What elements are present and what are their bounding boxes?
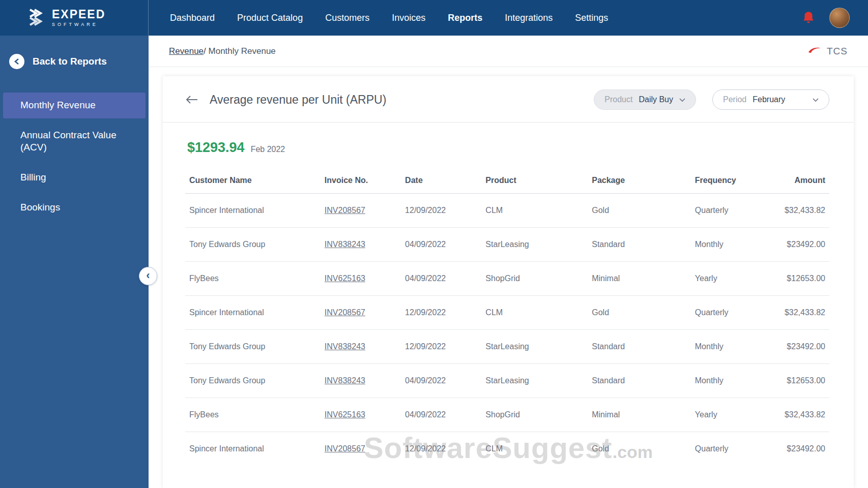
- period-filter-value: February: [753, 95, 806, 104]
- cell-package: Gold: [588, 432, 691, 466]
- arpu-metric: $1293.94 Feb 2022: [163, 123, 854, 159]
- breadcrumb-link-revenue[interactable]: Revenue: [169, 46, 204, 56]
- card-header: Average revenue per Unit (ARPU) Product …: [163, 76, 854, 123]
- invoice-link[interactable]: INV838243: [325, 376, 365, 385]
- cell-customer-name: Spincer International: [185, 432, 321, 466]
- navbar-right: [802, 0, 868, 36]
- cell-amount: $12653.00: [774, 262, 829, 296]
- cell-customer-name: Tony Edwards Group: [185, 228, 321, 262]
- back-to-reports[interactable]: Back to Reports: [0, 49, 149, 74]
- nav-item[interactable]: Product Catalog: [237, 13, 303, 23]
- cell-customer-name: Tony Edwards Group: [185, 364, 321, 398]
- cell-frequency: Quarterly: [691, 296, 775, 330]
- user-avatar[interactable]: [829, 8, 850, 28]
- nav-item[interactable]: Invoices: [392, 13, 425, 23]
- arpu-card: Average revenue per Unit (ARPU) Product …: [163, 76, 854, 488]
- cell-amount: $32,433.82: [774, 296, 829, 330]
- cell-package: Standard: [588, 330, 691, 364]
- sidebar-item[interactable]: Annual Contract Value (ACV): [0, 123, 149, 161]
- arpu-period: Feb 2022: [251, 145, 285, 154]
- cell-frequency: Monthly: [691, 364, 775, 398]
- sidebar-item[interactable]: Monthly Revenue: [3, 93, 146, 118]
- main-nav: Dashboard Product Catalog Customers Invo…: [149, 0, 802, 36]
- cell-package: Standard: [588, 228, 691, 262]
- table-row: FlyBees INV625163 04/09/2022 ShopGrid Mi…: [185, 262, 829, 296]
- invoice-link[interactable]: INV208567: [325, 206, 365, 215]
- invoice-link[interactable]: INV208567: [325, 444, 365, 453]
- cell-customer-name: FlyBees: [185, 398, 321, 432]
- cell-date: 04/09/2022: [401, 398, 481, 432]
- brand-subtitle: SOFTWARE: [52, 22, 105, 27]
- cell-package: Minimal: [588, 262, 691, 296]
- cell-product: CLM: [481, 194, 588, 228]
- nav-item[interactable]: Integrations: [505, 13, 553, 23]
- cell-product: StarLeasing: [481, 330, 588, 364]
- partner-brand: TCS: [807, 46, 848, 57]
- product-filter-label: Product: [604, 95, 632, 104]
- invoice-link[interactable]: INV838243: [325, 342, 365, 351]
- cell-customer-name: Spincer International: [185, 296, 321, 330]
- main-content: Revenue/ Monthly Revenue TCS: [149, 36, 868, 488]
- sidebar-collapse-chevron-icon[interactable]: ‹: [139, 267, 157, 285]
- cell-date: 12/09/2022: [401, 296, 481, 330]
- nav-item[interactable]: Settings: [575, 13, 608, 23]
- sidebar-item[interactable]: Bookings: [0, 195, 149, 221]
- cell-amount: $23492.00: [774, 432, 829, 466]
- product-filter-value: Daily Buy: [639, 95, 673, 104]
- cell-invoice-no: INV208567: [321, 296, 401, 330]
- tcs-logo-icon: [807, 47, 822, 56]
- expeed-logo-icon: [28, 7, 46, 29]
- cell-frequency: Quarterly: [691, 194, 775, 228]
- cell-product: ShopGrid: [481, 262, 588, 296]
- cell-package: Standard: [588, 364, 691, 398]
- cell-date: 04/09/2022: [401, 364, 481, 398]
- cell-package: Gold: [588, 194, 691, 228]
- top-navbar: EXPEED SOFTWARE Dashboard Product Catalo…: [0, 0, 868, 36]
- nav-item[interactable]: Dashboard: [170, 13, 215, 23]
- period-filter-dropdown[interactable]: Period February: [712, 89, 829, 110]
- cell-invoice-no: INV838243: [321, 330, 401, 364]
- breadcrumb: Revenue/ Monthly Revenue: [169, 46, 276, 56]
- col-invoice-no: Invoice No.: [321, 168, 401, 194]
- cell-invoice-no: INV625163: [321, 262, 401, 296]
- invoice-link[interactable]: INV625163: [325, 410, 365, 419]
- cell-invoice-no: INV208567: [321, 432, 401, 466]
- sidebar-item[interactable]: Billing: [0, 165, 149, 191]
- cell-date: 12/09/2022: [401, 432, 481, 466]
- back-arrow-circle-icon: [9, 54, 24, 69]
- col-customer-name: Customer Name: [185, 168, 321, 194]
- table-row: FlyBees INV625163 04/09/2022 ShopGrid Mi…: [185, 398, 829, 432]
- partner-name: TCS: [827, 46, 848, 57]
- invoice-link[interactable]: INV625163: [325, 274, 365, 283]
- cell-frequency: Yearly: [691, 262, 775, 296]
- chevron-down-icon: [813, 95, 819, 104]
- table-row: Spincer International INV208567 12/09/20…: [185, 194, 829, 228]
- invoice-link[interactable]: INV208567: [325, 308, 365, 317]
- cell-frequency: Monthly: [691, 228, 775, 262]
- cell-product: ShopGrid: [481, 398, 588, 432]
- card-back-arrow-icon[interactable]: [185, 95, 198, 105]
- table-row: Tony Edwards Group INV838243 12/09/2022 …: [185, 330, 829, 364]
- cell-invoice-no: INV208567: [321, 194, 401, 228]
- cell-frequency: Monthly: [691, 330, 775, 364]
- cell-product: StarLeasing: [481, 364, 588, 398]
- cell-package: Minimal: [588, 398, 691, 432]
- table-header: Customer Name Invoice No. Date Product P…: [185, 168, 829, 194]
- sidebar-menu: Monthly Revenue Annual Contract Value (A…: [0, 93, 149, 220]
- card-title: Average revenue per Unit (ARPU): [210, 93, 386, 107]
- cell-amount: $23492.00: [774, 228, 829, 262]
- notifications-bell-icon[interactable]: [802, 11, 815, 25]
- cell-invoice-no: INV838243: [321, 364, 401, 398]
- product-filter-dropdown[interactable]: Product Daily Buy: [594, 89, 696, 110]
- table-body: Spincer International INV208567 12/09/20…: [185, 194, 829, 466]
- nav-item[interactable]: Customers: [325, 13, 369, 23]
- cell-invoice-no: INV838243: [321, 228, 401, 262]
- nav-item[interactable]: Reports: [448, 13, 482, 23]
- invoice-link[interactable]: INV838243: [325, 240, 365, 249]
- cell-frequency: Quarterly: [691, 432, 775, 466]
- cell-customer-name: FlyBees: [185, 262, 321, 296]
- col-frequency: Frequency: [691, 168, 775, 194]
- table-row: Spincer International INV208567 12/09/20…: [185, 432, 829, 466]
- cell-date: 04/09/2022: [401, 262, 481, 296]
- period-filter-label: Period: [723, 95, 746, 104]
